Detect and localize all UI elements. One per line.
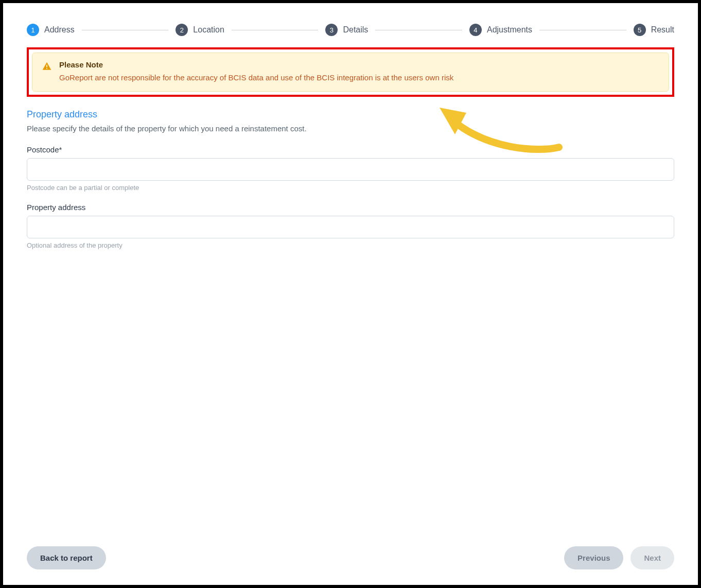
alert-body: GoReport are not responsible for the acc… <box>59 72 453 83</box>
step-label: Address <box>44 25 75 34</box>
alert-text: Please Note GoReport are not responsible… <box>59 60 453 83</box>
step-label: Location <box>193 25 224 34</box>
back-to-report-button[interactable]: Back to report <box>27 546 106 569</box>
step-label: Details <box>343 25 368 34</box>
step-divider <box>375 30 462 30</box>
previous-button[interactable]: Previous <box>564 546 623 569</box>
alert-please-note: Please Note GoReport are not responsible… <box>32 53 669 92</box>
address-label: Property address <box>27 203 674 212</box>
step-label: Result <box>651 25 674 34</box>
step-location[interactable]: 2 Location <box>176 24 224 36</box>
step-adjustments[interactable]: 4 Adjustments <box>469 24 532 36</box>
warning-icon <box>42 61 52 72</box>
stepper: 1 Address 2 Location 3 Details 4 Adjustm… <box>27 24 674 36</box>
step-divider <box>232 30 319 30</box>
section-title: Property address <box>27 109 674 120</box>
wizard-footer: Back to report Previous Next <box>27 536 674 569</box>
step-badge: 3 <box>325 24 338 36</box>
step-divider <box>82 30 169 30</box>
step-divider <box>539 30 626 30</box>
step-address[interactable]: 1 Address <box>27 24 75 36</box>
postcode-input[interactable] <box>27 158 674 181</box>
step-label: Adjustments <box>487 25 532 34</box>
postcode-label: Postcode* <box>27 145 674 154</box>
step-badge: 5 <box>634 24 646 36</box>
step-details[interactable]: 3 Details <box>325 24 368 36</box>
svg-rect-1 <box>46 68 47 69</box>
step-badge: 2 <box>176 24 188 36</box>
next-button[interactable]: Next <box>630 546 674 569</box>
step-badge: 1 <box>27 24 39 36</box>
alert-highlight-box: Please Note GoReport are not responsible… <box>27 47 674 97</box>
wizard-frame: 1 Address 2 Location 3 Details 4 Adjustm… <box>3 3 698 585</box>
postcode-hint: Postcode can be a partial or complete <box>27 184 674 192</box>
alert-title: Please Note <box>59 60 453 69</box>
address-hint: Optional address of the property <box>27 241 674 249</box>
step-badge: 4 <box>469 24 482 36</box>
section-description: Please specify the details of the proper… <box>27 124 674 133</box>
footer-right: Previous Next <box>564 546 674 569</box>
svg-rect-0 <box>46 65 47 67</box>
step-result[interactable]: 5 Result <box>634 24 674 36</box>
address-input[interactable] <box>27 216 674 238</box>
